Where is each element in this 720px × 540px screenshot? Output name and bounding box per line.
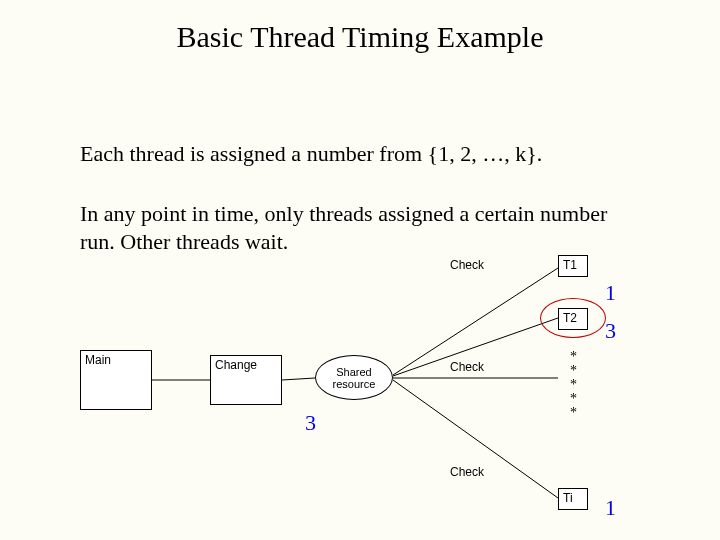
paragraph-1: Each thread is assigned a number from {1… (80, 140, 640, 168)
check-label-mid: Check (450, 360, 484, 374)
main-box: Main (80, 350, 152, 410)
svg-line-1 (282, 378, 315, 380)
check-label-top: Check (450, 258, 484, 272)
thread-diagram: Main Change Shared resource T1 T2 Ti Che… (80, 260, 640, 520)
vertical-dots: ***** (570, 350, 577, 420)
change-box: Change (210, 355, 282, 405)
thread-number-t2: 3 (605, 318, 616, 344)
thread-number-t1: 1 (605, 280, 616, 306)
thread-number-ti: 1 (605, 495, 616, 521)
t1-box: T1 (558, 255, 588, 277)
svg-line-3 (393, 268, 558, 375)
slide-title: Basic Thread Timing Example (0, 20, 720, 54)
check-label-bottom: Check (450, 465, 484, 479)
shared-resource-ellipse: Shared resource (315, 355, 393, 400)
t2-highlight-oval (540, 298, 606, 338)
svg-line-5 (393, 380, 558, 498)
slide: Basic Thread Timing Example Each thread … (0, 0, 720, 540)
paragraph-2: In any point in time, only threads assig… (80, 200, 640, 255)
ti-box: Ti (558, 488, 588, 510)
thread-number-shared: 3 (305, 410, 316, 436)
